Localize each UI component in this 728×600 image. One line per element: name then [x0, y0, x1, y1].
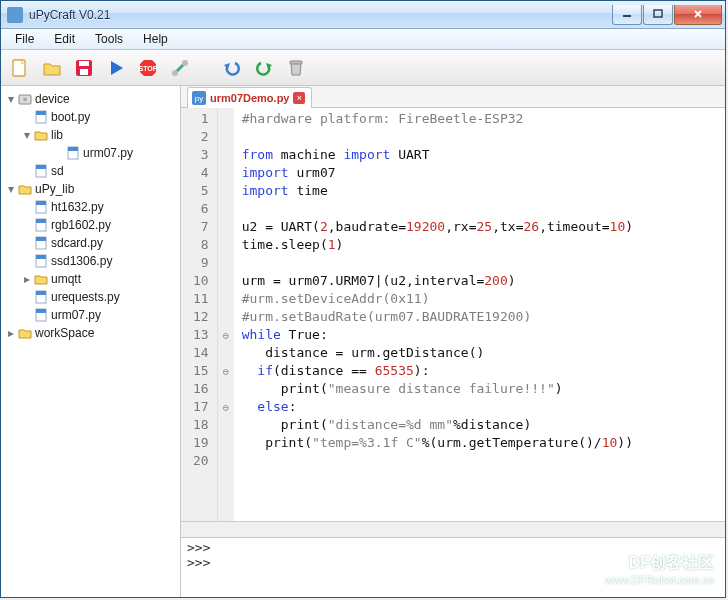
- svg-rect-28: [36, 237, 46, 241]
- py-icon: [34, 290, 48, 304]
- tree-twist-icon[interactable]: ▸: [5, 327, 17, 339]
- hscrollbar[interactable]: [181, 521, 725, 537]
- tree-label: sdcard.py: [51, 236, 103, 250]
- py-icon: [34, 110, 48, 124]
- folder-icon: [34, 128, 48, 142]
- titlebar[interactable]: uPyCraft V0.21: [1, 1, 725, 29]
- tree-label: boot.py: [51, 110, 90, 124]
- tree-twist-icon[interactable]: [21, 255, 33, 267]
- new-file-button[interactable]: [7, 55, 33, 81]
- tab-active[interactable]: py urm07Demo.py ×: [187, 87, 312, 108]
- svg-rect-20: [68, 147, 78, 151]
- tree-label: umqtt: [51, 272, 81, 286]
- py-icon: [66, 146, 80, 160]
- folder-icon: [34, 272, 48, 286]
- tree-item[interactable]: urm07.py: [3, 144, 178, 162]
- svg-rect-14: [290, 61, 302, 64]
- menu-tools[interactable]: Tools: [85, 30, 133, 48]
- repl-console[interactable]: >>> >>>: [181, 537, 725, 597]
- svg-rect-26: [36, 219, 46, 223]
- tree-item[interactable]: boot.py: [3, 108, 178, 126]
- tab-close-icon[interactable]: ×: [293, 92, 305, 104]
- svg-text:STOP: STOP: [139, 65, 158, 72]
- svg-rect-32: [36, 291, 46, 295]
- code-editor[interactable]: 1234567891011121314151617181920 ⊖⊖⊖ #har…: [181, 108, 725, 521]
- app-icon: [7, 7, 23, 23]
- tree-twist-icon[interactable]: [21, 165, 33, 177]
- svg-rect-0: [623, 15, 631, 17]
- tree-label: workSpace: [35, 326, 94, 340]
- tree-twist-icon[interactable]: [53, 147, 65, 159]
- run-button[interactable]: [103, 55, 129, 81]
- svg-point-16: [23, 98, 27, 102]
- py-icon: [34, 236, 48, 250]
- svg-rect-5: [79, 61, 89, 66]
- menu-help[interactable]: Help: [133, 30, 178, 48]
- app-window: uPyCraft V0.21 File Edit Tools Help STOP…: [0, 0, 726, 598]
- tree-item[interactable]: urequests.py: [3, 288, 178, 306]
- svg-rect-1: [654, 10, 662, 17]
- py-icon: [34, 254, 48, 268]
- fold-gutter[interactable]: ⊖⊖⊖: [218, 108, 234, 521]
- open-file-button[interactable]: [39, 55, 65, 81]
- py-icon: [34, 164, 48, 178]
- toolbar: STOP: [1, 50, 725, 86]
- tree-twist-icon[interactable]: [21, 309, 33, 321]
- redo-button[interactable]: [251, 55, 277, 81]
- tree-item[interactable]: ht1632.py: [3, 198, 178, 216]
- tree-twist-icon[interactable]: ▾: [5, 93, 17, 105]
- tree-twist-icon[interactable]: [21, 201, 33, 213]
- tree-twist-icon[interactable]: ▾: [5, 183, 17, 195]
- svg-rect-34: [36, 309, 46, 313]
- py-icon: [34, 200, 48, 214]
- python-file-icon: py: [192, 91, 206, 105]
- code-area[interactable]: #hardware platform: FireBeetle-ESP32from…: [234, 108, 725, 521]
- tree-item[interactable]: urm07.py: [3, 306, 178, 324]
- tree-label: lib: [51, 128, 63, 142]
- tree-label: rgb1602.py: [51, 218, 111, 232]
- svg-rect-24: [36, 201, 46, 205]
- tree-twist-icon[interactable]: ▸: [21, 273, 33, 285]
- menu-file[interactable]: File: [5, 30, 44, 48]
- stop-button[interactable]: STOP: [135, 55, 161, 81]
- tree-label: sd: [51, 164, 64, 178]
- svg-rect-18: [36, 111, 46, 115]
- svg-rect-6: [80, 69, 88, 75]
- svg-rect-22: [36, 165, 46, 169]
- tree-twist-icon[interactable]: [21, 111, 33, 123]
- connect-button[interactable]: [167, 55, 193, 81]
- tree-item[interactable]: ▾device: [3, 90, 178, 108]
- tree-twist-icon[interactable]: [21, 219, 33, 231]
- svg-rect-30: [36, 255, 46, 259]
- menu-edit[interactable]: Edit: [44, 30, 85, 48]
- close-button[interactable]: [674, 5, 722, 25]
- tree-item[interactable]: ▾lib: [3, 126, 178, 144]
- maximize-button[interactable]: [643, 5, 673, 25]
- tree-item[interactable]: sd: [3, 162, 178, 180]
- undo-button[interactable]: [219, 55, 245, 81]
- tree-item[interactable]: sdcard.py: [3, 234, 178, 252]
- tab-filename: urm07Demo.py: [210, 92, 289, 104]
- tree-label: urm07.py: [83, 146, 133, 160]
- tree-twist-icon[interactable]: [21, 237, 33, 249]
- tree-label: device: [35, 92, 70, 106]
- tree-label: ht1632.py: [51, 200, 104, 214]
- tree-twist-icon[interactable]: [21, 291, 33, 303]
- window-title: uPyCraft V0.21: [29, 8, 612, 22]
- delete-button[interactable]: [283, 55, 309, 81]
- save-button[interactable]: [71, 55, 97, 81]
- folder-icon: [18, 182, 32, 196]
- svg-text:py: py: [195, 94, 203, 103]
- svg-point-10: [172, 70, 178, 76]
- tree-label: ssd1306.py: [51, 254, 112, 268]
- tree-item[interactable]: ssd1306.py: [3, 252, 178, 270]
- svg-marker-7: [111, 61, 123, 75]
- tree-twist-icon[interactable]: ▾: [21, 129, 33, 141]
- tree-item[interactable]: ▸workSpace: [3, 324, 178, 342]
- svg-point-11: [182, 60, 188, 66]
- tree-item[interactable]: rgb1602.py: [3, 216, 178, 234]
- tree-item[interactable]: ▸umqtt: [3, 270, 178, 288]
- minimize-button[interactable]: [612, 5, 642, 25]
- file-tree[interactable]: ▾deviceboot.py▾liburm07.pysd▾uPy_libht16…: [1, 86, 181, 597]
- tree-item[interactable]: ▾uPy_lib: [3, 180, 178, 198]
